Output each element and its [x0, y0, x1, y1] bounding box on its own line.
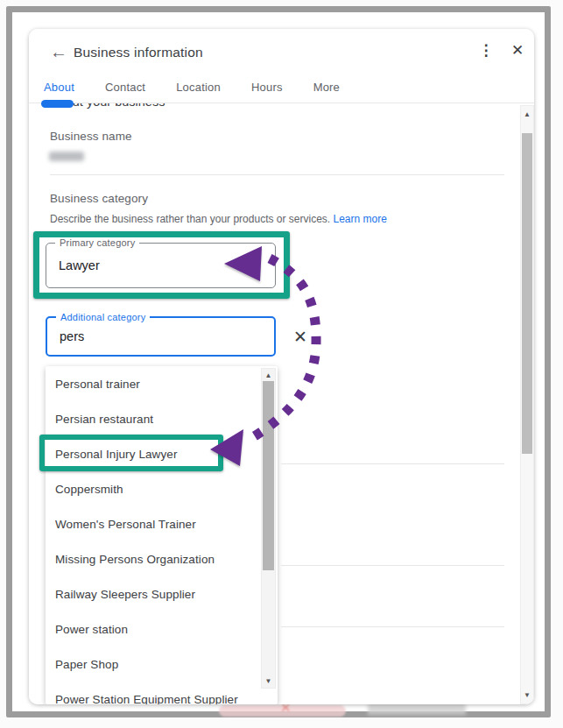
- category-description: Describe the business rather than your p…: [50, 213, 387, 225]
- dropdown-item[interactable]: Power station: [46, 611, 278, 647]
- dropdown-item[interactable]: Women's Personal Trainer: [46, 506, 278, 541]
- business-information-dialog: ← Business information ⋮ ✕ About Contact…: [29, 29, 534, 704]
- divider: [281, 626, 504, 627]
- dropdown-item[interactable]: Paper Shop: [46, 647, 278, 682]
- scroll-up-icon[interactable]: ▲: [262, 371, 275, 379]
- scroll-down-icon[interactable]: ▼: [521, 691, 533, 699]
- additional-category-field-label: Additional category: [56, 312, 150, 322]
- divider: [50, 174, 504, 175]
- redacted-blur-box: [368, 703, 466, 715]
- dropdown-scrollbar[interactable]: ▲ ▼: [261, 368, 276, 689]
- category-description-text: Describe the business rather than your p…: [50, 213, 333, 225]
- tab-location[interactable]: Location: [173, 79, 223, 95]
- tab-contact[interactable]: Contact: [102, 79, 148, 95]
- primary-category-field-label: Primary category: [55, 237, 139, 248]
- dialog-scrollbar[interactable]: ▲ ▼: [520, 105, 534, 704]
- tab-bar: About Contact Location Hours More: [41, 79, 342, 95]
- dropdown-item[interactable]: Personal trainer: [46, 366, 278, 401]
- dialog-content: About your business Business name Busine…: [29, 103, 534, 704]
- divider: [281, 463, 504, 464]
- additional-category-field[interactable]: Additional category pers: [46, 316, 276, 357]
- active-tab-indicator: [41, 100, 74, 108]
- back-arrow-icon[interactable]: ←: [48, 41, 69, 62]
- primary-category-field[interactable]: Primary category Lawyer: [46, 243, 276, 288]
- category-suggestions-dropdown: Personal trainer Persian restaurant Pers…: [46, 366, 278, 704]
- business-name-label: Business name: [50, 130, 132, 143]
- divider: [281, 565, 504, 566]
- screenshot-stage: ✕ ← Business information ⋮ ✕ About Conta…: [0, 0, 563, 728]
- tab-hours[interactable]: Hours: [249, 79, 285, 95]
- business-category-label: Business category: [50, 192, 148, 205]
- overflow-menu-icon[interactable]: ⋮: [475, 40, 496, 61]
- dropdown-item[interactable]: Coppersmith: [46, 471, 278, 506]
- dropdown-item-personal-injury-lawyer[interactable]: Personal Injury Lawyer: [46, 436, 278, 471]
- dropdown-item[interactable]: Persian restaurant: [46, 401, 278, 436]
- dropdown-scrollbar-thumb[interactable]: [263, 381, 274, 570]
- scroll-up-icon[interactable]: ▲: [521, 110, 533, 118]
- primary-category-value: Lawyer: [46, 258, 100, 272]
- dialog-scrollbar-thumb[interactable]: [522, 133, 532, 454]
- tab-about[interactable]: About: [41, 79, 77, 95]
- scroll-down-icon[interactable]: ▼: [262, 677, 275, 685]
- clear-input-icon[interactable]: ✕: [290, 327, 311, 348]
- dialog-header: ← Business information ⋮ ✕ About Contact…: [29, 29, 534, 103]
- learn-more-link[interactable]: Learn more: [333, 213, 386, 225]
- dialog-title: Business information: [74, 45, 203, 60]
- close-icon[interactable]: ✕: [507, 40, 528, 61]
- dropdown-item[interactable]: Power Station Equipment Supplier: [46, 682, 278, 704]
- dropdown-item[interactable]: Railway Sleepers Supplier: [46, 576, 278, 611]
- tab-more[interactable]: More: [311, 79, 342, 95]
- additional-category-value: pers: [47, 329, 84, 343]
- dropdown-item[interactable]: Missing Persons Organization: [46, 541, 278, 576]
- business-name-value-redacted: [49, 152, 84, 161]
